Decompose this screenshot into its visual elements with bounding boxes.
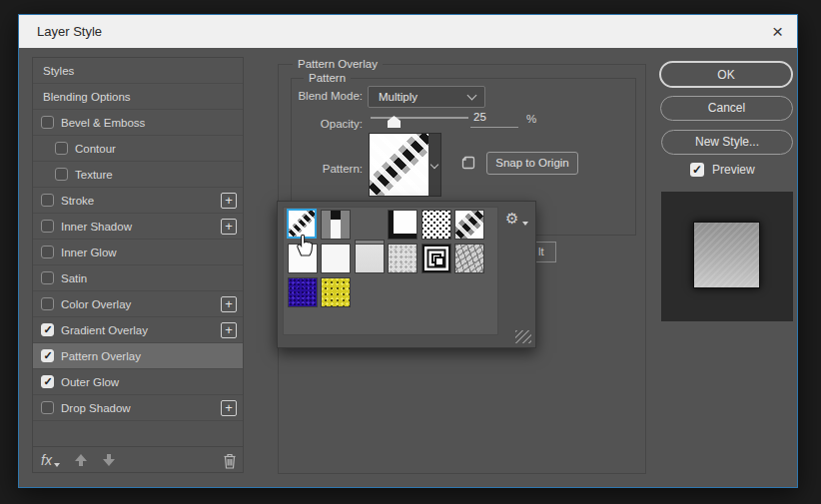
opacity-unit-label: %: [526, 113, 536, 125]
sidebar-item-bevel-emboss[interactable]: Bevel & Emboss: [33, 110, 243, 136]
styles-sidebar: Styles Blending Options Bevel & Emboss C…: [32, 57, 244, 473]
sidebar-item-label: Pattern Overlay: [61, 350, 141, 362]
add-effect-button[interactable]: +: [221, 193, 237, 209]
pattern-swatch-polka-dots[interactable]: [421, 210, 451, 240]
checkbox-unchecked[interactable]: [41, 246, 54, 258]
gear-icon[interactable]: ⚙: [505, 210, 518, 228]
sidebar-item-label: Inner Glow: [61, 247, 117, 258]
move-effect-up-icon[interactable]: [74, 453, 88, 467]
pattern-swatch-white[interactable]: [321, 244, 351, 273]
sidebar-item-pattern-overlay[interactable]: Pattern Overlay: [33, 343, 243, 369]
checkbox-unchecked[interactable]: [41, 271, 54, 284]
delete-effect-icon[interactable]: [223, 453, 237, 469]
fx-menu-icon[interactable]: fx: [41, 452, 52, 468]
dialog-title: Layer Style: [37, 24, 102, 39]
checkbox-unchecked[interactable]: [41, 401, 54, 414]
pattern-swatch-diagonal-blocks[interactable]: [454, 210, 484, 240]
sidebar-item-label: Blending Options: [43, 91, 131, 103]
sidebar-item-color-overlay[interactable]: Color Overlay +: [33, 291, 243, 317]
subgroup-title: Pattern: [304, 72, 351, 84]
sidebar-item-stroke[interactable]: Stroke +: [33, 188, 243, 214]
blend-mode-select[interactable]: Multiply: [368, 86, 485, 108]
opacity-slider-track[interactable]: [371, 117, 468, 119]
add-effect-button[interactable]: +: [221, 219, 237, 235]
pattern-dropdown-button[interactable]: [428, 134, 440, 196]
sidebar-item-drop-shadow[interactable]: Drop Shadow +: [33, 395, 243, 421]
pattern-swatch-yellow-noise[interactable]: [321, 277, 351, 307]
pattern-swatch-purple-noise[interactable]: [288, 277, 318, 307]
sidebar-item-label: Outer Glow: [61, 376, 119, 388]
layer-style-dialog: Layer Style × Styles Blending Options Be…: [18, 14, 798, 488]
chevron-down-icon: [430, 161, 438, 169]
sidebar-item-label: Contour: [75, 143, 116, 155]
checkbox-unchecked[interactable]: [41, 194, 54, 207]
checkbox-unchecked[interactable]: [55, 168, 68, 181]
pattern-picker-widget[interactable]: [369, 133, 441, 197]
sidebar-item-label: Satin: [61, 272, 87, 284]
style-preview-panel: [661, 192, 793, 321]
sidebar-item-gradient-overlay[interactable]: Gradient Overlay +: [33, 317, 243, 343]
gear-caret-icon: [522, 222, 528, 226]
pattern-picker-flyout: ⚙: [277, 201, 536, 348]
sidebar-item-label: Gradient Overlay: [61, 324, 148, 336]
sidebar-item-styles[interactable]: Styles: [33, 58, 243, 84]
add-effect-button[interactable]: +: [221, 400, 237, 416]
sidebar-footer: fx: [33, 446, 243, 472]
pattern-swatch-fine-noise[interactable]: [388, 244, 417, 273]
new-pattern-icon[interactable]: [459, 154, 477, 172]
resize-grip-icon[interactable]: [515, 330, 531, 343]
sidebar-item-outer-glow[interactable]: Outer Glow: [33, 369, 243, 395]
opacity-value-field[interactable]: 25: [470, 111, 518, 128]
sidebar-item-inner-glow[interactable]: Inner Glow: [33, 240, 243, 265]
pattern-swatch-scribble-texture[interactable]: [454, 244, 484, 273]
preview-option: Preview: [690, 163, 755, 177]
sidebar-item-inner-shadow[interactable]: Inner Shadow +: [33, 214, 243, 240]
checkbox-unchecked[interactable]: [55, 142, 68, 155]
sidebar-item-label: Bevel & Emboss: [61, 117, 145, 129]
ok-button[interactable]: OK: [659, 61, 793, 88]
close-icon[interactable]: ×: [772, 22, 783, 41]
pattern-label: Pattern:: [279, 163, 363, 175]
preview-label: Preview: [712, 163, 755, 177]
sidebar-item-label: Drop Shadow: [61, 402, 131, 414]
blend-mode-value: Multiply: [379, 91, 417, 103]
chevron-down-icon: [467, 91, 477, 101]
sidebar-item-label: Texture: [75, 169, 113, 181]
partially-hidden-default-button[interactable]: lt: [536, 242, 556, 262]
sidebar-item-label: Styles: [43, 65, 74, 77]
pattern-swatch-concentric-squares[interactable]: [421, 244, 451, 273]
fx-caret-icon: [54, 463, 60, 467]
sidebar-item-label: Inner Shadow: [61, 221, 132, 233]
checkbox-checked[interactable]: [41, 375, 54, 388]
group-title: Pattern Overlay: [293, 58, 383, 70]
pattern-swatch-vertical-bar[interactable]: [321, 210, 351, 240]
style-preview-thumbnail: [693, 222, 760, 288]
new-style-button[interactable]: New Style...: [661, 130, 793, 155]
checkbox-checked[interactable]: [41, 323, 54, 336]
sidebar-item-label: Stroke: [61, 195, 94, 207]
sidebar-item-contour[interactable]: Contour: [33, 136, 243, 162]
titlebar: Layer Style ×: [19, 15, 797, 48]
sidebar-item-label: Color Overlay: [61, 298, 131, 310]
pattern-swatch-light-gray[interactable]: [355, 244, 385, 273]
move-effect-down-icon[interactable]: [102, 453, 116, 467]
sidebar-item-texture[interactable]: Texture: [33, 162, 243, 188]
checkbox-checked[interactable]: [41, 349, 54, 362]
pattern-thumbnail[interactable]: [370, 134, 428, 196]
checkbox-unchecked[interactable]: [41, 297, 54, 310]
cancel-button[interactable]: Cancel: [660, 96, 793, 121]
snap-to-origin-button[interactable]: Snap to Origin: [486, 152, 578, 175]
opacity-label: Opacity:: [279, 118, 363, 130]
pattern-swatch-corner-frame[interactable]: [388, 210, 417, 240]
blend-mode-label: Blend Mode:: [279, 90, 363, 102]
add-effect-button[interactable]: +: [221, 322, 237, 338]
hand-cursor-icon: [293, 232, 317, 257]
checkbox-unchecked[interactable]: [41, 116, 54, 129]
preview-checkbox-checked[interactable]: [690, 163, 704, 177]
sidebar-item-satin[interactable]: Satin: [33, 265, 243, 291]
checkbox-unchecked[interactable]: [41, 220, 54, 233]
sidebar-item-blending-options[interactable]: Blending Options: [33, 84, 243, 110]
add-effect-button[interactable]: +: [221, 296, 237, 312]
